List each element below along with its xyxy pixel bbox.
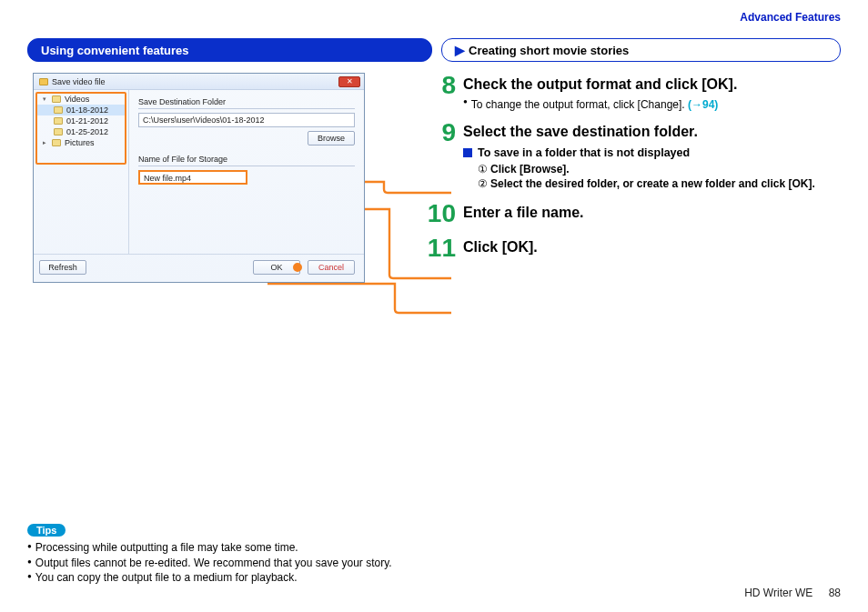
tree-label: Pictures xyxy=(65,138,95,147)
folder-icon xyxy=(52,139,61,146)
substep-1: ① Click [Browse]. xyxy=(478,162,841,176)
path-input[interactable]: C:\Users\user\Videos\01-18-2012 xyxy=(138,113,355,127)
filename-label: Name of File for Storage xyxy=(138,155,355,164)
step-title: Select the save destination folder. xyxy=(463,122,841,142)
browse-button[interactable]: Browse xyxy=(308,131,355,145)
substep-text: Click [Browse]. xyxy=(490,162,570,176)
sub-heading-text: To save in a folder that is not displaye… xyxy=(478,146,690,159)
dialog-titlebar: Save video file ✕ xyxy=(34,74,364,90)
step-title: Enter a file name. xyxy=(463,203,841,223)
circled-number-icon: ② xyxy=(478,176,490,191)
cancel-button[interactable]: Cancel xyxy=(308,260,355,275)
step-9: 9 Select the save destination folder. To… xyxy=(423,120,841,192)
tree-root-pictures[interactable]: ▸ Pictures xyxy=(37,137,125,148)
folder-icon xyxy=(39,78,48,85)
screenshot-panel: Save video file ✕ ▾ Videos 01-18-2012 xyxy=(27,73,396,283)
tree-label: 01-25-2012 xyxy=(66,127,108,136)
tip-3: You can copy the output file to a medium… xyxy=(27,570,573,585)
page-footer: HD Writer WE 88 xyxy=(744,587,841,599)
steps-column: 8 Check the output format and click [OK]… xyxy=(414,73,841,283)
step-number: 10 xyxy=(423,201,456,226)
folder-icon xyxy=(54,106,63,114)
step-number: 8 xyxy=(423,73,456,111)
tree-root-videos[interactable]: ▾ Videos xyxy=(37,94,125,105)
folder-icon xyxy=(54,117,63,125)
refresh-button[interactable]: Refresh xyxy=(39,260,86,275)
tab-left: Using convenient features xyxy=(27,38,432,62)
square-bullet-icon xyxy=(463,148,472,157)
page-ref-link[interactable]: (→94) xyxy=(688,98,718,111)
step-8: 8 Check the output format and click [OK]… xyxy=(423,73,841,111)
substep-2: ② Select the desired folder, or create a… xyxy=(478,176,841,191)
product-name: HD Writer WE xyxy=(744,587,812,599)
filename-input[interactable]: New file.mp4 xyxy=(138,170,247,185)
section-link[interactable]: Advanced Features xyxy=(740,11,841,24)
substep-text: Select the desired folder, or create a n… xyxy=(490,176,815,191)
step-bullet: To change the output format, click [Chan… xyxy=(463,98,841,111)
step-number: 9 xyxy=(423,120,456,192)
tab-bar: Using convenient features ▶ Creating sho… xyxy=(27,38,841,62)
tree-label: 01-21-2012 xyxy=(66,116,108,125)
tree-item-1[interactable]: 01-21-2012 xyxy=(37,115,125,126)
tip-2: Output files cannot be re-edited. We rec… xyxy=(27,556,573,570)
step-title: Click [OK]. xyxy=(463,237,841,257)
tree-item-2[interactable]: 01-25-2012 xyxy=(37,126,125,137)
step-title: Check the output format and click [OK]. xyxy=(463,75,841,95)
tree-label: Videos xyxy=(65,95,89,104)
tips-section: Tips Processing while outputting a file … xyxy=(27,524,573,585)
folder-tree[interactable]: ▾ Videos 01-18-2012 01-21-2012 01- xyxy=(34,90,129,254)
step-11: 11 Click [OK]. xyxy=(423,236,841,261)
dialog-footer: Refresh OK Cancel xyxy=(34,254,364,282)
dialog-main: Save Destination Folder C:\Users\user\Vi… xyxy=(129,90,364,254)
tree-item-0[interactable]: 01-18-2012 xyxy=(37,105,125,115)
tab-right-label: Creating short movie stories xyxy=(469,44,629,57)
tip-1: Processing while outputting a file may t… xyxy=(27,540,573,555)
expand-icon: ▾ xyxy=(41,95,48,103)
content-row: Save video file ✕ ▾ Videos 01-18-2012 xyxy=(27,73,841,283)
dialog-title: Save video file xyxy=(52,77,106,86)
tab-right: ▶ Creating short movie stories xyxy=(441,38,841,62)
page-number: 88 xyxy=(829,587,841,599)
folder-icon xyxy=(54,128,63,135)
ok-callout-dot xyxy=(293,263,302,272)
expand-icon: ▸ xyxy=(41,139,48,146)
circled-number-icon: ① xyxy=(478,162,490,176)
save-dialog: Save video file ✕ ▾ Videos 01-18-2012 xyxy=(33,73,365,283)
step-number: 11 xyxy=(423,236,456,261)
play-icon: ▶ xyxy=(455,43,465,57)
bullet-text: To change the output format, click [Chan… xyxy=(471,98,688,111)
tips-badge: Tips xyxy=(27,524,66,537)
dest-label: Save Destination Folder xyxy=(138,97,355,106)
tree-label: 01-18-2012 xyxy=(66,105,108,115)
folder-icon xyxy=(52,95,61,103)
sub-heading: To save in a folder that is not displaye… xyxy=(463,146,841,159)
step-10: 10 Enter a file name. xyxy=(423,201,841,226)
close-button[interactable]: ✕ xyxy=(338,76,360,87)
